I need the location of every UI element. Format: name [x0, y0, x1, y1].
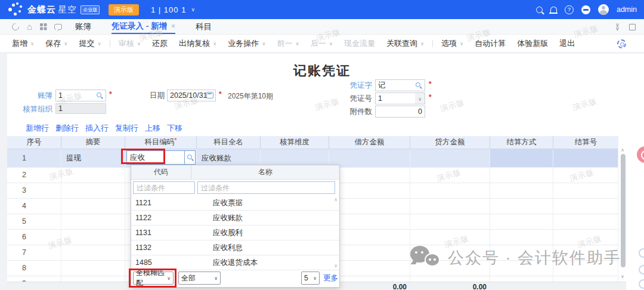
- scope-select[interactable]: 全部∨: [178, 272, 221, 285]
- grid-cell[interactable]: [410, 149, 490, 168]
- grid-cell[interactable]: [61, 261, 125, 276]
- grid-cell[interactable]: [553, 149, 618, 168]
- col-settle-method[interactable]: 结算方式: [490, 136, 553, 149]
- help-icon[interactable]: ?: [565, 5, 574, 14]
- save-button[interactable]: 保存∨: [45, 38, 67, 49]
- grid-cell[interactable]: [553, 245, 618, 261]
- list-item[interactable]: 1121应收票据: [131, 196, 339, 211]
- voucher-no-field[interactable]: [375, 92, 416, 104]
- grid-cell[interactable]: 7: [7, 245, 61, 261]
- grid-cell[interactable]: 8: [7, 261, 61, 276]
- grid-cell[interactable]: [553, 230, 618, 245]
- apps-grid-icon[interactable]: [40, 23, 47, 30]
- grid-cell[interactable]: [329, 261, 410, 276]
- scroll-down-icon[interactable]: ∨: [334, 263, 338, 269]
- grid-cell[interactable]: [410, 183, 490, 199]
- grid-cell[interactable]: [61, 199, 125, 214]
- calendar-icon[interactable]: [206, 92, 213, 98]
- chevron-down-icon[interactable]: ∨: [415, 92, 425, 104]
- grid-cell[interactable]: [410, 245, 490, 261]
- grid-cell[interactable]: [410, 199, 490, 214]
- grid-cell[interactable]: [490, 230, 553, 245]
- grid-cell[interactable]: [490, 199, 553, 214]
- grid-cell[interactable]: 1: [7, 149, 61, 168]
- grid-cell[interactable]: [553, 261, 618, 276]
- auto-calc-button[interactable]: 自动计算: [475, 38, 506, 49]
- close-icon[interactable]: ×: [171, 22, 175, 30]
- username[interactable]: admin: [617, 5, 637, 14]
- collapse-chevrons-icon[interactable]: ∨∨: [615, 23, 620, 30]
- grid-cell[interactable]: [329, 149, 410, 168]
- grid-cell[interactable]: [490, 183, 553, 199]
- avatar[interactable]: [598, 4, 609, 15]
- fullscreen-icon[interactable]: [629, 24, 636, 30]
- refresh-icon[interactable]: [11, 21, 21, 32]
- grid-cell[interactable]: [553, 214, 618, 230]
- grid-cell[interactable]: [61, 214, 125, 230]
- grid-cell[interactable]: [61, 245, 125, 261]
- col-debit[interactable]: 借方金额: [329, 136, 410, 149]
- grid-cell[interactable]: 提现: [61, 149, 125, 168]
- col-settle-no[interactable]: 结算号: [553, 136, 618, 149]
- col-account-name[interactable]: 科目全名: [197, 136, 261, 149]
- grid-cell[interactable]: [490, 261, 553, 276]
- grid-cell[interactable]: 4: [7, 199, 61, 214]
- tab-account-books[interactable]: 账簿: [75, 19, 91, 34]
- search-icon[interactable]: [97, 92, 101, 97]
- cashier-review-button[interactable]: 出纳复核∨: [179, 38, 216, 49]
- grid-cell[interactable]: [490, 168, 553, 183]
- exit-button[interactable]: 退出: [559, 38, 575, 49]
- grid-cell[interactable]: 6: [7, 230, 61, 245]
- grid-cell[interactable]: [329, 245, 410, 261]
- more-link[interactable]: 更多: [323, 273, 338, 283]
- col-credit[interactable]: 贷方金额: [410, 136, 490, 149]
- vertical-scrollbar[interactable]: ∧ ∨: [620, 149, 626, 282]
- grid-cell[interactable]: [329, 214, 410, 230]
- lookup-button[interactable]: [185, 150, 196, 165]
- options-button[interactable]: 选项∨: [441, 38, 463, 49]
- restore-button[interactable]: 还原: [152, 38, 168, 49]
- grid-cell[interactable]: 3: [7, 183, 61, 199]
- add-row-link[interactable]: 新增行: [26, 123, 49, 134]
- attachments-field[interactable]: [375, 106, 425, 118]
- scroll-up-icon[interactable]: ∧: [334, 197, 338, 202]
- home-icon[interactable]: ⌂: [27, 23, 32, 30]
- grid-cell[interactable]: 5: [7, 214, 61, 230]
- chevron-down-icon[interactable]: ∨: [191, 7, 195, 13]
- tab-subjects[interactable]: 科目: [196, 19, 212, 34]
- grid-cell[interactable]: [329, 183, 410, 199]
- delete-row-link[interactable]: 删除行: [55, 123, 79, 134]
- page-size-select[interactable]: 5∨: [301, 272, 320, 285]
- related-query-button[interactable]: 关联查询∨: [386, 38, 424, 49]
- floating-badge[interactable]: [637, 146, 644, 163]
- list-item[interactable]: 1122应收账款: [131, 211, 339, 226]
- tab-voucher-entry[interactable]: 凭证录入 - 新增 ×: [112, 19, 175, 34]
- search-icon[interactable]: [416, 82, 420, 87]
- scrollbar-thumb[interactable]: [621, 154, 626, 267]
- copy-row-link[interactable]: 复制行: [115, 123, 138, 134]
- move-up-link[interactable]: 上移: [145, 123, 160, 134]
- grid-cell[interactable]: [490, 245, 553, 261]
- grid-cell[interactable]: [410, 261, 490, 276]
- dnd-toggle-icon[interactable]: [581, 5, 590, 14]
- grid-cell[interactable]: [61, 183, 125, 199]
- search-icon[interactable]: [536, 7, 543, 13]
- grid-cell[interactable]: [61, 168, 125, 183]
- grid-cell[interactable]: [329, 168, 410, 183]
- list-item[interactable]: 1132应收利息: [131, 240, 339, 255]
- code-filter-input[interactable]: [133, 181, 195, 194]
- grid-cell[interactable]: [490, 149, 553, 168]
- grid-cell[interactable]: [490, 214, 553, 230]
- name-filter-input[interactable]: [197, 181, 335, 194]
- move-down-link[interactable]: 下移: [167, 123, 182, 134]
- col-seq[interactable]: 序号: [7, 136, 61, 149]
- list-item[interactable]: 1131应收股利: [131, 226, 339, 240]
- workspace-selector[interactable]: 1 | 100 1: [151, 5, 186, 14]
- bell-icon[interactable]: [550, 7, 557, 13]
- gear-icon[interactable]: [617, 39, 626, 48]
- business-ops-button[interactable]: 业务操作∨: [228, 38, 265, 49]
- grid-cell[interactable]: 2: [7, 168, 61, 183]
- col-account-code[interactable]: 科目编码*: [125, 136, 197, 149]
- message-icon[interactable]: [54, 24, 62, 30]
- col-summary[interactable]: 摘要: [61, 136, 125, 149]
